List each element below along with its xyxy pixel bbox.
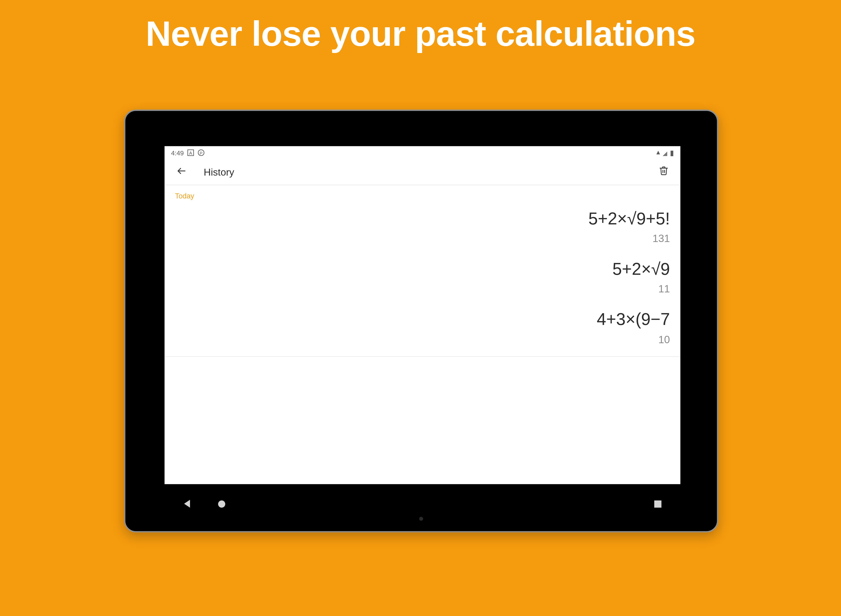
status-bar: 4:49 A P [165, 146, 680, 159]
battery-icon [670, 148, 674, 157]
history-entry[interactable]: 4+3×(9−7 10 [175, 303, 670, 353]
status-time: 4:49 [171, 149, 184, 156]
tablet-screen: 4:49 A P [165, 146, 680, 484]
delete-history-button[interactable] [654, 163, 673, 181]
tablet-frame: 4:49 A P [124, 110, 718, 532]
app-bar: History [165, 159, 680, 185]
history-entry[interactable]: 5+2×√9+5! 131 [175, 202, 670, 252]
history-content: Today 5+2×√9+5! 131 5+2×√9 11 4+3×(9−7 1… [165, 185, 680, 458]
nav-home-icon[interactable] [218, 499, 226, 508]
nav-recent-icon[interactable] [654, 499, 662, 508]
circle-p-icon: P [198, 150, 205, 156]
history-divider [165, 356, 680, 356]
tablet-camera [419, 517, 423, 521]
back-button[interactable] [172, 163, 191, 181]
history-expression: 5+2×√9 [175, 259, 670, 279]
signal-icon [663, 149, 667, 156]
svg-text:P: P [200, 151, 203, 155]
history-entry[interactable]: 5+2×√9 11 [175, 252, 670, 303]
promo-headline: Never lose your past calculations [0, 13, 841, 53]
history-entries: 5+2×√9+5! 131 5+2×√9 11 4+3×(9−7 10 [165, 202, 680, 353]
history-expression: 5+2×√9+5! [175, 209, 670, 229]
history-section-label: Today [165, 185, 680, 202]
history-result: 131 [175, 233, 670, 245]
page-title: History [204, 166, 234, 177]
history-expression: 4+3×(9−7 [175, 309, 670, 330]
arrow-left-icon [176, 166, 187, 178]
android-nav-bar [165, 496, 680, 512]
trash-icon [659, 166, 668, 178]
history-result: 10 [175, 334, 670, 345]
svg-text:A: A [189, 151, 193, 155]
history-result: 11 [175, 283, 670, 295]
wifi-icon [656, 148, 660, 157]
nav-back-icon[interactable] [183, 499, 191, 508]
square-a-icon: A [188, 150, 194, 156]
